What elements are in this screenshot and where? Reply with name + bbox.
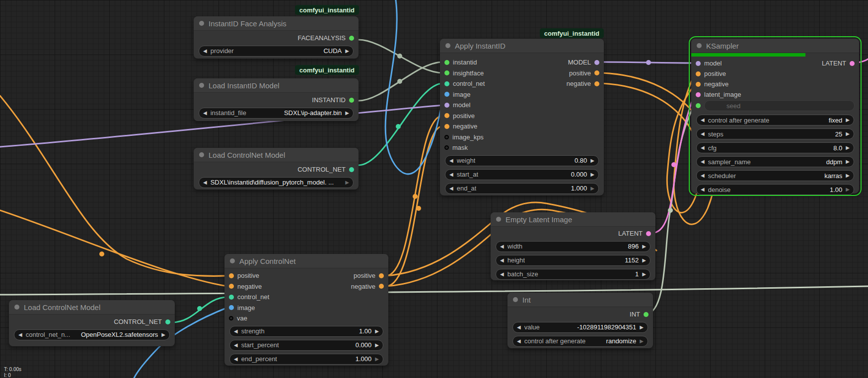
link-dot[interactable] — [668, 208, 673, 213]
decrement-arrow-icon[interactable]: ◀ — [701, 159, 705, 164]
increment-arrow-icon[interactable]: ▶ — [590, 172, 594, 177]
increment-arrow-icon[interactable]: ▶ — [642, 272, 646, 277]
node-apply-controlnet[interactable]: Apply ControlNet positive positive negat… — [224, 254, 388, 366]
output-dot[interactable] — [644, 312, 649, 317]
increment-arrow-icon[interactable]: ▶ — [375, 357, 379, 362]
widget-control-after-generate[interactable]: ◀ control after generate randomize ▶ — [512, 336, 648, 347]
node-header[interactable]: Load InstantID Model — [194, 78, 359, 93]
increment-arrow-icon[interactable]: ▶ — [642, 244, 646, 249]
increment-arrow-icon[interactable]: ▶ — [161, 332, 165, 337]
widget-start-at[interactable]: ◀ start_at 0.000 ▶ — [445, 169, 599, 180]
decrement-arrow-icon[interactable]: ◀ — [449, 158, 453, 163]
output-port-negative[interactable]: negative — [351, 283, 384, 290]
decrement-arrow-icon[interactable]: ◀ — [500, 244, 504, 249]
node-empty-latent-image[interactable]: Empty Latent Image LATENT ◀ width 896 ▶ … — [491, 212, 655, 280]
input-port-positive[interactable]: positive — [696, 70, 726, 77]
input-port-image-kps[interactable]: image_kps — [444, 133, 484, 141]
widget-height[interactable]: ◀ height 1152 ▶ — [496, 255, 651, 266]
output-dot[interactable] — [165, 319, 170, 324]
input-dot[interactable] — [229, 273, 234, 278]
increment-arrow-icon[interactable]: ▶ — [642, 258, 646, 263]
output-dot[interactable] — [349, 36, 354, 41]
output-port-control-net[interactable]: CONTROL_NET — [114, 318, 170, 325]
input-port-positive[interactable]: positive — [444, 112, 475, 120]
input-dot[interactable] — [229, 295, 234, 300]
increment-arrow-icon[interactable]: ▶ — [590, 186, 594, 191]
input-port-negative[interactable]: negative — [229, 283, 262, 290]
input-dot[interactable] — [696, 82, 701, 87]
output-port-model[interactable]: MODEL — [568, 59, 599, 66]
widget-end-at[interactable]: ◀ end_at 1.000 ▶ — [445, 183, 599, 194]
decrement-arrow-icon[interactable]: ◀ — [234, 343, 238, 348]
decrement-arrow-icon[interactable]: ◀ — [234, 329, 238, 334]
input-port-control-net[interactable]: control_net — [444, 80, 485, 87]
output-dot[interactable] — [646, 231, 651, 236]
output-dot[interactable] — [594, 70, 599, 75]
node-instantid-face-analysis[interactable]: InstantID Face Analysis FACEANALYSIS ◀ p… — [194, 16, 359, 59]
output-dot[interactable] — [850, 61, 855, 66]
node-header[interactable]: Apply InstantID — [440, 39, 604, 53]
increment-arrow-icon[interactable]: ▶ — [345, 180, 349, 185]
link-dot[interactable] — [197, 306, 202, 311]
increment-arrow-icon[interactable]: ▶ — [375, 329, 379, 334]
node-load-controlnet-model-instantid[interactable]: Load ControlNet Model CONTROL_NET ◀ SDXL… — [194, 148, 359, 189]
increment-arrow-icon[interactable]: ▶ — [345, 49, 349, 54]
node-graph-canvas[interactable]: comfyui_instantid comfyui_instantid comf… — [0, 0, 868, 378]
widget-instantid-file[interactable]: ◀ instantid_file SDXL\ip-adapter.bin ▶ — [199, 108, 354, 119]
link-dot[interactable] — [416, 206, 421, 211]
widget-sampler-name[interactable]: ◀ sampler_name ddpm ▶ — [696, 156, 854, 167]
decrement-arrow-icon[interactable]: ◀ — [517, 325, 521, 330]
link-dot[interactable] — [397, 54, 402, 59]
output-port-instantid[interactable]: INSTANTID — [312, 96, 354, 104]
output-port-faceanalysis[interactable]: FACEANALYSIS — [297, 34, 354, 42]
widget-controlnet-file[interactable]: ◀ SDXL\instantid\diffusion_pytorch_model… — [199, 177, 354, 188]
collapse-dot[interactable] — [199, 21, 204, 26]
collapse-dot[interactable] — [199, 152, 204, 157]
output-dot[interactable] — [594, 60, 599, 65]
input-port-mask[interactable]: mask — [444, 144, 468, 151]
decrement-arrow-icon[interactable]: ◀ — [449, 186, 453, 191]
input-dot[interactable] — [444, 103, 449, 108]
node-load-instantid-model[interactable]: Load InstantID Model INSTANTID ◀ instant… — [194, 78, 359, 121]
decrement-arrow-icon[interactable]: ◀ — [203, 111, 207, 116]
collapse-dot[interactable] — [230, 258, 235, 263]
collapse-dot[interactable] — [697, 43, 702, 48]
output-port-control-net[interactable]: CONTROL_NET — [297, 166, 354, 173]
increment-arrow-icon[interactable]: ▶ — [640, 325, 644, 330]
widget-strength[interactable]: ◀ strength 1.00 ▶ — [229, 326, 383, 337]
input-port-positive[interactable]: positive — [229, 272, 259, 279]
decrement-arrow-icon[interactable]: ◀ — [449, 172, 453, 177]
node-ksampler[interactable]: KSampler model LATENT positive — [691, 39, 859, 193]
input-dot[interactable] — [444, 145, 449, 150]
collapse-dot[interactable] — [513, 297, 518, 302]
output-port-negative[interactable]: negative — [567, 80, 599, 87]
input-port-image[interactable]: image — [229, 304, 255, 312]
widget-end-percent[interactable]: ◀ end_percent 1.000 ▶ — [229, 354, 383, 365]
decrement-arrow-icon[interactable]: ◀ — [701, 118, 705, 123]
widget-control-after-generate[interactable]: ◀ control after generate fixed ▶ — [696, 115, 854, 126]
decrement-arrow-icon[interactable]: ◀ — [701, 131, 705, 136]
widget-value[interactable]: ◀ value -1028911982904351 ▶ — [512, 322, 648, 333]
widget-cfg[interactable]: ◀ cfg 8.0 ▶ — [696, 142, 854, 153]
input-dot[interactable] — [444, 70, 449, 75]
widget-steps[interactable]: ◀ steps 25 ▶ — [696, 128, 854, 139]
input-port-model[interactable]: model — [696, 60, 722, 67]
increment-arrow-icon[interactable]: ▶ — [846, 187, 850, 192]
input-port-latent-image[interactable]: latent_image — [696, 91, 741, 98]
output-port-latent[interactable]: LATENT — [618, 230, 651, 237]
input-dot[interactable] — [696, 61, 701, 66]
output-port-positive[interactable]: positive — [354, 272, 384, 279]
widget-denoise[interactable]: ◀ denoise 1.00 ▶ — [696, 184, 854, 195]
input-dot[interactable] — [696, 92, 701, 97]
link-dot[interactable] — [396, 124, 401, 129]
increment-arrow-icon[interactable]: ▶ — [846, 145, 850, 150]
node-load-controlnet-model-openpose[interactable]: Load ControlNet Model CONTROL_NET ◀ cont… — [9, 300, 175, 346]
node-int[interactable]: Int INT ◀ value -1028911982904351 ▶ ◀ co… — [507, 293, 653, 348]
input-port-negative[interactable]: negative — [444, 123, 477, 130]
collapse-dot[interactable] — [496, 217, 501, 222]
input-dot[interactable] — [229, 316, 233, 320]
input-dot[interactable] — [444, 113, 449, 118]
output-dot[interactable] — [379, 273, 384, 278]
node-header[interactable]: Int — [507, 293, 653, 307]
decrement-arrow-icon[interactable]: ◀ — [701, 173, 705, 178]
